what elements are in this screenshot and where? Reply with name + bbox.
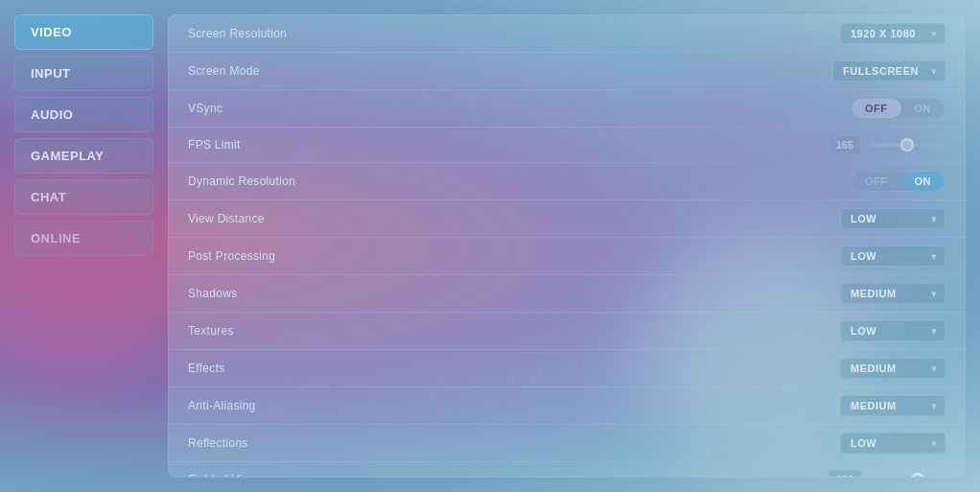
row-label-anti-aliasing: Anti-Aliasing [188, 399, 256, 412]
sidebar-item-gameplay[interactable]: GAMEPLAY [14, 138, 153, 174]
row-label-fps-limit: FPS Limit [188, 138, 241, 152]
dropdown-post-processing[interactable]: LOWMEDIUMHIGHEPIC [840, 246, 945, 267]
row-label-screen-mode: Screen Mode [188, 64, 260, 78]
sidebar: VIDEOINPUTAUDIOGAMEPLAYCHATONLINE [14, 14, 153, 478]
dropdown-wrapper-reflections: LOWMEDIUMHIGHEPIC▼ [840, 433, 945, 454]
row-label-post-processing: Post Processing [188, 249, 275, 263]
dropdown-wrapper-textures: LOWMEDIUMHIGHEPIC▼ [840, 320, 945, 341]
sidebar-item-video[interactable]: VIDEO [14, 14, 153, 50]
settings-row-screen-resolution: Screen Resolution1920 X 10801280 X 72025… [169, 15, 965, 53]
dropdown-textures[interactable]: LOWMEDIUMHIGHEPIC [840, 320, 945, 341]
toggle-off-dynamic-resolution[interactable]: OFF [852, 172, 901, 191]
toggle-on-dynamic-resolution[interactable]: ON [901, 172, 945, 191]
settings-row-vsync: VSyncOFFON [169, 90, 965, 128]
row-control-dynamic-resolution: OFFON [851, 171, 945, 192]
toggle-on-vsync[interactable]: ON [901, 99, 945, 118]
row-control-screen-resolution: 1920 X 10801280 X 7202560 X 1440▼ [840, 23, 945, 44]
slider-fps-limit[interactable] [869, 143, 945, 147]
row-label-shadows: Shadows [188, 287, 237, 300]
sidebar-item-online[interactable]: ONLINE [14, 221, 153, 256]
sidebar-item-audio[interactable]: AUDIO [14, 97, 153, 132]
dropdown-shadows[interactable]: LOWMEDIUMHIGHEPIC [840, 283, 945, 304]
settings-row-field-of-view: Field of View100 [169, 462, 965, 478]
dropdown-screen-mode[interactable]: FULLSCREENWINDOWEDBORDERLESS [832, 60, 945, 82]
dropdown-wrapper-shadows: LOWMEDIUMHIGHEPIC▼ [840, 283, 945, 304]
row-label-screen-resolution: Screen Resolution [188, 27, 287, 40]
settings-row-shadows: ShadowsLOWMEDIUMHIGHEPIC▼ [169, 275, 965, 313]
row-label-view-distance: View Distance [188, 212, 265, 225]
settings-row-post-processing: Post ProcessingLOWMEDIUMHIGHEPIC▼ [169, 238, 965, 275]
row-control-field-of-view: 100 [828, 470, 945, 478]
row-label-field-of-view: Field of View [188, 473, 257, 478]
row-control-anti-aliasing: LOWMEDIUMHIGHEPIC▼ [840, 395, 945, 416]
row-label-effects: Effects [188, 362, 225, 375]
row-control-post-processing: LOWMEDIUMHIGHEPIC▼ [840, 246, 945, 267]
row-control-fps-limit: 165 [828, 135, 945, 154]
dropdown-effects[interactable]: LOWMEDIUMHIGHEPIC [840, 358, 945, 379]
toggle-off-vsync[interactable]: OFF [852, 99, 901, 118]
row-control-textures: LOWMEDIUMHIGHEPIC▼ [840, 320, 945, 341]
row-label-vsync: VSync [188, 102, 222, 115]
row-label-dynamic-resolution: Dynamic Resolution [188, 175, 295, 188]
settings-row-dynamic-resolution: Dynamic ResolutionOFFON [169, 163, 965, 200]
settings-row-fps-limit: FPS Limit165 [169, 128, 965, 163]
dropdown-wrapper-post-processing: LOWMEDIUMHIGHEPIC▼ [840, 246, 945, 267]
dropdown-wrapper-screen-mode: FULLSCREENWINDOWEDBORDERLESS▼ [832, 60, 945, 82]
row-control-view-distance: LOWMEDIUMHIGHEPIC▼ [840, 208, 945, 229]
settings-panel: Screen Resolution1920 X 10801280 X 72025… [168, 14, 966, 478]
dropdown-view-distance[interactable]: LOWMEDIUMHIGHEPIC [840, 208, 945, 229]
dropdown-reflections[interactable]: LOWMEDIUMHIGHEPIC [840, 433, 945, 454]
toggle-group-vsync: OFFON [851, 98, 945, 119]
dropdown-screen-resolution[interactable]: 1920 X 10801280 X 7202560 X 1440 [840, 23, 945, 44]
slider-value-fps-limit: 165 [828, 135, 861, 154]
slider-container-fps-limit: 165 [828, 135, 945, 154]
row-control-shadows: LOWMEDIUMHIGHEPIC▼ [840, 283, 945, 304]
settings-row-view-distance: View DistanceLOWMEDIUMHIGHEPIC▼ [169, 200, 965, 238]
row-control-vsync: OFFON [851, 98, 945, 119]
settings-row-anti-aliasing: Anti-AliasingLOWMEDIUMHIGHEPIC▼ [169, 387, 965, 425]
settings-row-effects: EffectsLOWMEDIUMHIGHEPIC▼ [169, 350, 965, 387]
dropdown-anti-aliasing[interactable]: LOWMEDIUMHIGHEPIC [840, 395, 945, 416]
toggle-group-dynamic-resolution: OFFON [851, 171, 945, 192]
dropdown-wrapper-effects: LOWMEDIUMHIGHEPIC▼ [840, 358, 945, 379]
row-control-screen-mode: FULLSCREENWINDOWEDBORDERLESS▼ [832, 60, 945, 82]
dropdown-wrapper-view-distance: LOWMEDIUMHIGHEPIC▼ [840, 208, 945, 229]
row-label-reflections: Reflections [188, 436, 248, 450]
slider-container-field-of-view: 100 [828, 470, 945, 478]
slider-value-field-of-view: 100 [828, 470, 861, 478]
row-control-reflections: LOWMEDIUMHIGHEPIC▼ [840, 433, 945, 454]
sidebar-item-input[interactable]: INPUT [14, 56, 153, 91]
dropdown-wrapper-screen-resolution: 1920 X 10801280 X 7202560 X 1440▼ [840, 23, 945, 44]
settings-row-reflections: ReflectionsLOWMEDIUMHIGHEPIC▼ [169, 425, 965, 462]
settings-row-textures: TexturesLOWMEDIUMHIGHEPIC▼ [169, 313, 965, 350]
row-label-textures: Textures [188, 324, 234, 338]
settings-row-screen-mode: Screen ModeFULLSCREENWINDOWEDBORDERLESS▼ [169, 53, 965, 90]
row-control-effects: LOWMEDIUMHIGHEPIC▼ [840, 358, 945, 379]
sidebar-item-chat[interactable]: CHAT [14, 179, 153, 215]
dropdown-wrapper-anti-aliasing: LOWMEDIUMHIGHEPIC▼ [840, 395, 945, 416]
